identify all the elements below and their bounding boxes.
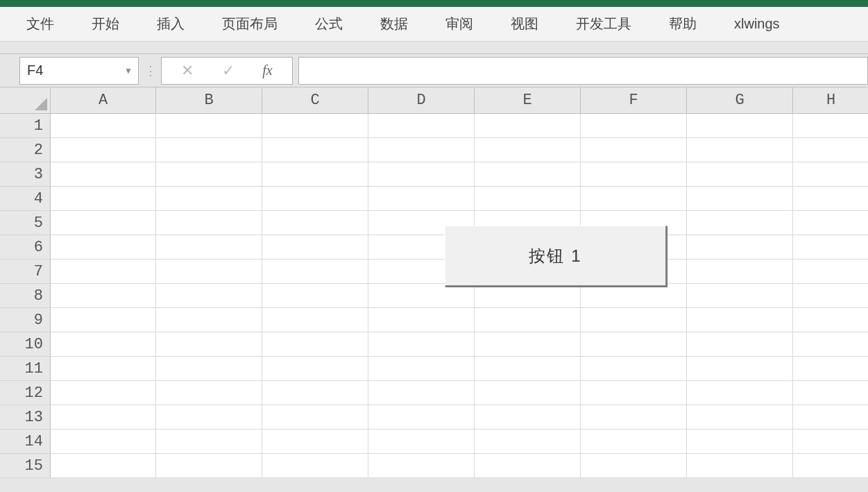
cell-D12[interactable]: [368, 381, 475, 405]
enter-icon[interactable]: ✓: [222, 62, 235, 80]
cell-F12[interactable]: [581, 381, 687, 405]
row-header-4[interactable]: 4: [0, 187, 51, 211]
cell-H2[interactable]: [793, 138, 868, 162]
cell-A6[interactable]: [51, 235, 156, 260]
cell-G13[interactable]: [687, 405, 793, 430]
cell-E13[interactable]: [475, 405, 581, 430]
cell-D10[interactable]: [368, 332, 475, 357]
cell-C7[interactable]: [262, 260, 368, 284]
row-header-8[interactable]: 8: [0, 284, 51, 308]
ribbon-tab-1[interactable]: 开始: [86, 12, 125, 36]
cell-B3[interactable]: [156, 162, 262, 187]
cell-F13[interactable]: [581, 405, 687, 430]
cell-H6[interactable]: [793, 235, 868, 260]
cell-A13[interactable]: [51, 405, 156, 430]
cell-A5[interactable]: [51, 211, 156, 235]
cell-B13[interactable]: [156, 405, 262, 430]
cell-D8[interactable]: [368, 284, 475, 308]
cell-C9[interactable]: [262, 308, 368, 332]
cell-F1[interactable]: [581, 114, 687, 138]
cell-H3[interactable]: [793, 162, 868, 187]
cell-D2[interactable]: [368, 138, 475, 162]
cell-D1[interactable]: [368, 114, 475, 138]
cell-E3[interactable]: [475, 162, 581, 187]
column-header-C[interactable]: C: [262, 87, 368, 114]
cell-F2[interactable]: [581, 138, 687, 162]
cell-G14[interactable]: [687, 430, 793, 454]
cell-G5[interactable]: [687, 211, 793, 235]
ribbon-tab-8[interactable]: 开发工具: [570, 12, 637, 36]
cell-B8[interactable]: [156, 284, 262, 308]
cell-A8[interactable]: [51, 284, 156, 308]
cell-G4[interactable]: [687, 187, 793, 211]
cell-G9[interactable]: [687, 308, 793, 332]
cell-C13[interactable]: [262, 405, 368, 430]
column-header-A[interactable]: A: [51, 87, 156, 114]
cell-B6[interactable]: [156, 235, 262, 260]
ribbon-tab-6[interactable]: 审阅: [440, 12, 479, 36]
cell-B15[interactable]: [156, 454, 262, 478]
cell-F8[interactable]: [581, 284, 687, 308]
cell-G3[interactable]: [687, 162, 793, 187]
column-header-G[interactable]: G: [687, 87, 793, 114]
formula-input[interactable]: [298, 57, 868, 85]
row-header-15[interactable]: 15: [0, 454, 51, 478]
cell-D11[interactable]: [368, 357, 475, 381]
cell-C10[interactable]: [262, 332, 368, 357]
row-header-6[interactable]: 6: [0, 235, 51, 260]
cell-E10[interactable]: [475, 332, 581, 357]
cell-G11[interactable]: [687, 357, 793, 381]
cell-A2[interactable]: [51, 138, 156, 162]
cell-C1[interactable]: [262, 114, 368, 138]
cell-A9[interactable]: [51, 308, 156, 332]
cell-H11[interactable]: [793, 357, 868, 381]
form-button-1[interactable]: 按钮 1: [445, 226, 667, 287]
column-header-H[interactable]: H: [793, 87, 868, 114]
cell-F11[interactable]: [581, 357, 687, 381]
cell-C11[interactable]: [262, 357, 368, 381]
cell-F4[interactable]: [581, 187, 687, 211]
ribbon-tab-2[interactable]: 插入: [151, 12, 190, 36]
fx-icon[interactable]: fx: [262, 62, 272, 78]
cell-C6[interactable]: [262, 235, 368, 260]
cell-C5[interactable]: [262, 211, 368, 235]
cell-B2[interactable]: [156, 138, 262, 162]
cells-area[interactable]: [51, 114, 868, 478]
cell-D9[interactable]: [368, 308, 475, 332]
row-header-14[interactable]: 14: [0, 430, 51, 454]
cell-F3[interactable]: [581, 162, 687, 187]
ribbon-tab-0[interactable]: 文件: [21, 12, 60, 36]
cell-C14[interactable]: [262, 430, 368, 454]
cell-B1[interactable]: [156, 114, 262, 138]
row-header-7[interactable]: 7: [0, 260, 51, 284]
cell-A12[interactable]: [51, 381, 156, 405]
row-header-9[interactable]: 9: [0, 308, 51, 332]
cell-C8[interactable]: [262, 284, 368, 308]
cell-D13[interactable]: [368, 405, 475, 430]
cell-H14[interactable]: [793, 430, 868, 454]
column-header-F[interactable]: F: [581, 87, 687, 114]
row-header-2[interactable]: 2: [0, 138, 51, 162]
cell-A1[interactable]: [51, 114, 156, 138]
row-header-13[interactable]: 13: [0, 405, 51, 430]
ribbon-tab-10[interactable]: xlwings: [729, 13, 785, 35]
cell-G6[interactable]: [687, 235, 793, 260]
cell-E9[interactable]: [475, 308, 581, 332]
row-header-5[interactable]: 5: [0, 211, 51, 235]
cell-C2[interactable]: [262, 138, 368, 162]
cell-D3[interactable]: [368, 162, 475, 187]
cell-H10[interactable]: [793, 332, 868, 357]
cell-H9[interactable]: [793, 308, 868, 332]
cell-F9[interactable]: [581, 308, 687, 332]
cell-B9[interactable]: [156, 308, 262, 332]
cell-E2[interactable]: [475, 138, 581, 162]
ribbon-tab-3[interactable]: 页面布局: [216, 12, 283, 36]
name-box[interactable]: F4 ▼: [19, 57, 139, 85]
cell-B4[interactable]: [156, 187, 262, 211]
cell-B12[interactable]: [156, 381, 262, 405]
cell-F14[interactable]: [581, 430, 687, 454]
cell-H12[interactable]: [793, 381, 868, 405]
cancel-icon[interactable]: ✕: [181, 62, 194, 80]
cell-B14[interactable]: [156, 430, 262, 454]
cell-C12[interactable]: [262, 381, 368, 405]
